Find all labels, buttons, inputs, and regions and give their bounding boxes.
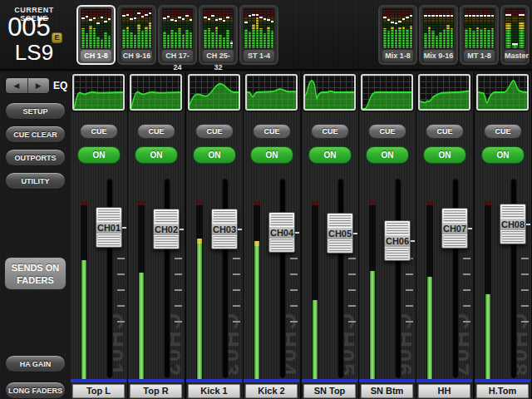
cue-button[interactable]: CUE [195, 124, 234, 139]
channel-name[interactable]: Kick 2 [245, 384, 298, 398]
meter-bar [252, 9, 255, 48]
meter-bar [431, 9, 435, 48]
fader-scale-tick [175, 289, 182, 291]
meter-block-mix1-8[interactable]: Mix 1-8 [378, 5, 417, 65]
channel-name[interactable]: HH [418, 384, 470, 398]
meter-block-master[interactable]: Master [500, 5, 530, 65]
utility-button[interactable]: UTILITY [5, 172, 66, 190]
eq-thumbnail[interactable] [361, 74, 413, 111]
eq-thumbnail[interactable] [72, 74, 125, 111]
fader-scale-tick [290, 321, 298, 323]
channel-number-watermark: CH04 [274, 313, 300, 377]
on-button[interactable]: ON [135, 146, 178, 164]
on-button[interactable]: ON [250, 146, 293, 164]
eq-thumbnail[interactable] [303, 74, 356, 111]
meter-bar [428, 9, 431, 48]
channel-name[interactable]: SN Btm [361, 384, 413, 398]
meter-block-st1-4[interactable]: ST 1-4 [239, 5, 278, 65]
scene-number: 005 [0, 12, 58, 42]
fader-scale-tick [175, 321, 182, 323]
cue-button[interactable]: CUE [368, 124, 406, 139]
eq-thumbnail[interactable] [188, 74, 240, 111]
meter-bar [439, 9, 442, 48]
fader-handle[interactable]: CH04 [268, 212, 295, 253]
scene-panel[interactable]: CURRENT SCENE 005 E LS9 [0, 0, 75, 71]
nav-next-button[interactable]: ▶ [28, 78, 50, 93]
channel-name[interactable]: H.Tom [476, 384, 529, 398]
meter-bar [256, 9, 259, 48]
meter-bar [134, 9, 137, 48]
meter-block-mt1-8[interactable]: MT 1-8 [460, 5, 499, 65]
cue-button[interactable]: CUE [426, 124, 464, 139]
long-faders-button[interactable]: LONG FADERS [5, 382, 66, 399]
channel-name[interactable]: Top R [130, 384, 182, 398]
meter-block-mix9-16[interactable]: Mix 9-16 [419, 5, 458, 65]
meter-block-label: MT 1-8 [464, 50, 495, 62]
fader-track[interactable] [395, 179, 401, 378]
channel-strip-ch03: CUEONCH03CH03Kick 1 [186, 72, 243, 399]
on-button[interactable]: ON [77, 146, 121, 164]
cue-button[interactable]: CUE [311, 124, 349, 139]
eq-thumbnail[interactable] [476, 74, 529, 111]
meter-block-ch25-32[interactable]: CH 25-32 [199, 5, 238, 65]
cue-clear-button[interactable]: CUE CLEAR [5, 126, 66, 143]
meter-block-ch17-24[interactable]: CH 17-24 [158, 5, 197, 65]
cue-button[interactable]: CUE [253, 124, 291, 139]
clip-indicator [138, 201, 145, 205]
channel-number-watermark: CH02 [159, 313, 185, 377]
fader-scale-tick [348, 321, 356, 323]
on-button[interactable]: ON [366, 146, 409, 164]
clip-indicator [312, 201, 318, 205]
ha-gain-button[interactable]: HA GAIN [5, 355, 66, 372]
fader-handle[interactable]: CH02 [153, 209, 180, 249]
fader-handle[interactable]: CH06 [384, 220, 411, 261]
fader-cap-label: CH05 [328, 227, 352, 240]
meter-block-ch1-8[interactable]: CH 1-8 [76, 5, 116, 65]
fader-track[interactable] [337, 179, 344, 378]
fader-scale-tick [406, 321, 413, 323]
eq-thumbnail[interactable] [130, 74, 182, 111]
eq-thumbnail[interactable] [245, 74, 298, 111]
eq-thumbnail[interactable] [418, 74, 470, 111]
fader-handle[interactable]: CH08 [500, 204, 526, 244]
level-meter [485, 201, 491, 381]
on-button[interactable]: ON [481, 146, 525, 164]
meter-bar [512, 9, 518, 48]
level-meter [312, 201, 318, 381]
meter-bar [89, 9, 92, 48]
meter-bar [410, 9, 413, 48]
fader-cap-label: CH04 [269, 226, 294, 239]
on-button[interactable]: ON [193, 146, 236, 164]
channel-name[interactable]: SN Top [303, 384, 356, 398]
fader-handle[interactable]: CH07 [441, 208, 468, 249]
meter-block-ch9-16[interactable]: CH 9-16 [117, 5, 156, 65]
meter-bar [185, 9, 189, 48]
fader-handle[interactable]: CH01 [96, 207, 122, 248]
channel-name[interactable]: Kick 1 [188, 384, 240, 398]
fader-cap-label: CH07 [442, 222, 467, 235]
fader-cap-label: CH08 [500, 218, 525, 231]
sends-on-faders-button[interactable]: SENDS ON FADERS [4, 257, 66, 290]
channel-strip-ch02: CUEONCH02CH02Top R [128, 72, 185, 399]
meter-bar [443, 9, 446, 48]
setup-button[interactable]: SETUP [5, 102, 66, 120]
on-button[interactable]: ON [308, 146, 352, 164]
fader-handle[interactable]: CH05 [327, 213, 353, 254]
fader-scale-tick [521, 321, 529, 323]
channel-name[interactable]: Top L [72, 384, 125, 398]
nav-prev-button[interactable]: ◀ [6, 78, 28, 93]
channel-strip-ch01: CUEONCH01CH01Top L [71, 72, 127, 399]
clip-indicator [254, 201, 260, 205]
fader-handle[interactable]: CH03 [211, 209, 238, 249]
outports-button[interactable]: OUTPORTS [5, 149, 66, 166]
cue-button[interactable]: CUE [137, 124, 175, 139]
on-button[interactable]: ON [423, 146, 466, 164]
fader-track[interactable] [279, 179, 286, 378]
clip-indicator [485, 201, 491, 205]
cue-button[interactable]: CUE [484, 124, 522, 139]
fader-scale-tick [348, 289, 356, 291]
fader-cap-label: CH01 [96, 221, 121, 234]
cue-button[interactable]: CUE [80, 124, 118, 139]
meter-bar [126, 9, 130, 48]
channel-number-watermark: CH05 [332, 313, 358, 377]
